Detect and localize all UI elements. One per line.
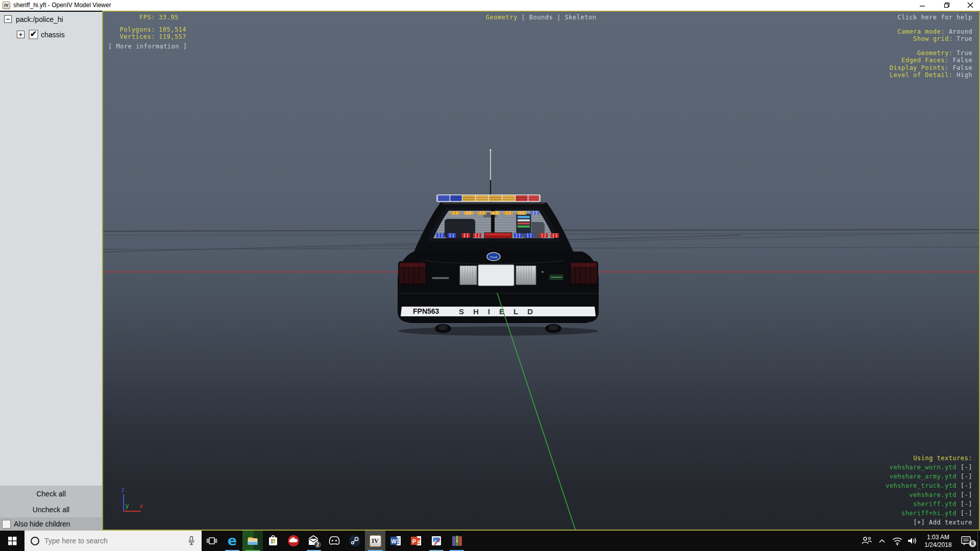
close-button[interactable]	[962, 0, 979, 10]
texture-name: vehshare_worn.ytd	[890, 464, 957, 471]
texture-item: sheriff+hi.ytd [-]	[886, 509, 972, 518]
tab-skeleton[interactable]: Skeleton	[565, 14, 596, 21]
windows-logo-icon	[8, 537, 17, 545]
display-points-label[interactable]: Display Points:	[890, 64, 949, 71]
svg-text:W: W	[391, 538, 397, 544]
taskbar-item-discord[interactable]	[324, 531, 345, 551]
window-title: sheriff_hi.yft - OpenIV Model Viewer	[13, 2, 111, 9]
network-button[interactable]	[890, 531, 905, 551]
taskbar-item-openiv[interactable]: IV	[365, 531, 385, 551]
model-tree-sidebar: − pack:/police_hi + ✔ chassis Check all …	[0, 12, 102, 531]
chassis-checkbox[interactable]: ✔	[29, 30, 38, 39]
taskbar-item-file-explorer[interactable]	[242, 531, 263, 551]
start-button[interactable]	[0, 531, 24, 551]
taskbar-item-photo-viewer[interactable]	[426, 531, 447, 551]
taskbar-search[interactable]	[24, 531, 202, 551]
texture-item: vehshare_army.ytd [-]	[886, 472, 972, 481]
light-bar	[436, 194, 541, 202]
volume-icon	[906, 536, 919, 546]
people-button[interactable]	[859, 531, 874, 551]
remove-texture-button[interactable]: [-]	[961, 510, 972, 517]
microphone-icon[interactable]	[187, 536, 195, 546]
clock[interactable]: 1:03 AM 1/24/2018	[920, 533, 956, 549]
display-points-value[interactable]: False	[952, 64, 972, 71]
camera-mode-label[interactable]: Camera mode:	[897, 28, 945, 35]
level-of-detail-label[interactable]: Level of Detail:	[890, 71, 953, 79]
expand-expander-icon[interactable]: +	[17, 31, 24, 38]
3d-viewport[interactable]: Ford	[102, 11, 980, 531]
svg-text:Ford: Ford	[489, 255, 497, 259]
bumper-plate-text: FPN563	[413, 307, 439, 315]
edged-faces-value[interactable]: False	[952, 57, 972, 64]
search-input[interactable]	[44, 537, 187, 545]
taskbar-item-cloud-app[interactable]	[283, 531, 304, 551]
texture-name: sheriff+hi.ytd	[901, 510, 957, 517]
hidden-icons-button[interactable]	[874, 531, 890, 551]
remove-texture-button[interactable]: [-]	[961, 500, 972, 508]
discord-icon	[328, 535, 341, 546]
fps-label: FPS:	[108, 14, 155, 21]
openiv-app-icon: IV	[3, 2, 10, 9]
chevron-up-icon	[877, 537, 887, 545]
steam-icon	[348, 534, 361, 547]
settings-overlay: Click here for help Camera mode: Around …	[890, 14, 972, 79]
taskbar-item-edge[interactable]: e	[222, 531, 242, 551]
check-all-button[interactable]: Check all	[0, 486, 102, 502]
texture-name: vehshare.ytd	[909, 491, 957, 498]
show-desktop-button[interactable]	[977, 531, 980, 551]
help-link[interactable]: Click here for help	[890, 14, 972, 21]
collapse-expander-icon[interactable]: −	[4, 15, 12, 23]
show-grid-label[interactable]: Show grid:	[913, 35, 952, 42]
remove-texture-button[interactable]: [-]	[961, 491, 972, 498]
tree-item-chassis[interactable]: + ✔ chassis	[0, 29, 102, 40]
taskbar-item-powerpoint[interactable]: P	[406, 531, 426, 551]
police-car-model: Ford	[398, 149, 599, 336]
taskbar-item-word[interactable]: W	[385, 531, 406, 551]
tab-geometry[interactable]: Geometry	[486, 14, 518, 21]
textures-header: Using textures:	[886, 454, 972, 463]
also-hide-children-row[interactable]: Also hide children	[0, 517, 102, 531]
taskbar-item-winrar[interactable]	[447, 531, 467, 551]
tree-item-root[interactable]: − pack:/police_hi	[0, 15, 102, 26]
textures-panel: Using textures: vehshare_worn.ytd [-] ve…	[886, 454, 972, 527]
edged-faces-label[interactable]: Edged Faces:	[901, 57, 949, 64]
tab-separator: |	[557, 14, 561, 21]
remove-texture-button[interactable]: [-]	[961, 464, 972, 471]
interior-blue-red-lights	[436, 233, 559, 238]
z-axis-label: z	[121, 486, 125, 493]
restore-button[interactable]	[938, 0, 955, 10]
titlebar: IV sheriff_hi.yft - OpenIV Model Viewer	[0, 0, 980, 11]
taskbar-item-store[interactable]	[263, 531, 283, 551]
task-view-icon	[206, 536, 217, 545]
taskbar-item-steam[interactable]	[345, 531, 365, 551]
minimize-button[interactable]	[914, 0, 931, 10]
y-axis-label: y	[125, 502, 129, 509]
cortana-icon[interactable]	[31, 537, 39, 545]
add-texture-button[interactable]: [+] Add texture	[886, 518, 972, 527]
task-view-button[interactable]	[202, 531, 222, 551]
level-of-detail-value[interactable]: High	[957, 71, 972, 79]
texture-name: vehshare_truck.ytd	[886, 482, 957, 489]
mode-tabs: Geometry | Bounds | Skeleton	[486, 14, 596, 21]
remove-texture-button[interactable]: [-]	[961, 473, 972, 480]
edge-icon: e	[228, 535, 237, 547]
show-grid-value[interactable]: True	[957, 35, 972, 42]
also-hide-children-checkbox[interactable]	[2, 520, 11, 529]
remove-texture-button[interactable]: [-]	[961, 482, 972, 489]
powerpoint-icon: P	[410, 535, 422, 547]
volume-button[interactable]	[905, 531, 920, 551]
livery-text: SHIELD	[459, 307, 542, 316]
action-center-button[interactable]: 6	[956, 531, 977, 551]
uncheck-all-button[interactable]: Uncheck all	[0, 502, 102, 517]
camera-mode-value[interactable]: Around	[949, 28, 972, 35]
more-information-link[interactable]: [ More information ]	[108, 43, 187, 50]
openiv-taskbar-icon: IV	[370, 535, 381, 547]
tray-time: 1:03 AM	[920, 534, 956, 541]
also-hide-children-label: Also hide children	[14, 520, 70, 528]
polygons-value: 105,514	[159, 26, 186, 33]
svg-text:P: P	[412, 538, 416, 544]
taskbar-item-mail[interactable]: 2	[304, 531, 324, 551]
geometry-setting-label[interactable]: Geometry:	[917, 49, 953, 57]
geometry-setting-value[interactable]: True	[957, 49, 972, 57]
tab-bounds[interactable]: Bounds	[529, 14, 553, 21]
